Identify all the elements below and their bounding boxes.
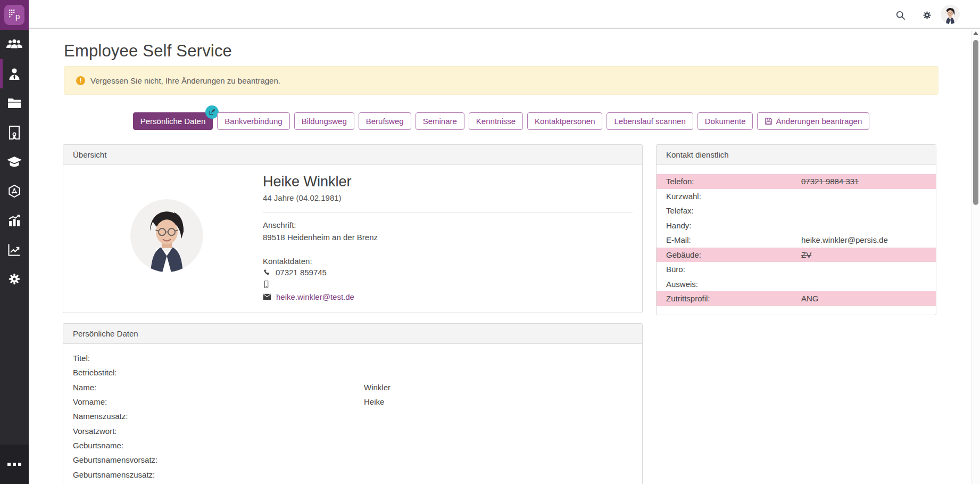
contact-label: Kontaktdaten: [263, 257, 312, 266]
sidebar-item-profile[interactable] [0, 59, 29, 88]
employee-profile-icon [7, 67, 21, 81]
phone-value: 07321 859745 [276, 268, 327, 277]
phone-icon [263, 268, 271, 276]
top-bar: p [0, 0, 980, 29]
divider [263, 212, 633, 212]
contact-row: E-Mail: heike.winkler@persis.de [657, 233, 936, 248]
personal-body: Titel: Betriebstitel: Name: Winkler Vorn… [63, 344, 642, 484]
save-icon [765, 117, 773, 125]
overview-panel: Übersicht Heike Winkler 44 J [63, 144, 643, 313]
email-line: heike.winkler@test.de [263, 292, 354, 301]
field-label: Name: [73, 383, 364, 392]
field-value: ZV [801, 250, 811, 259]
tab-button[interactable]: Berufsweg [359, 112, 411, 130]
tab-label: Berufsweg [366, 117, 404, 126]
mobile-icon [263, 280, 270, 289]
user-avatar[interactable] [941, 5, 960, 24]
field-label: E-Mail: [666, 235, 801, 244]
page-title: Employee Self Service [64, 42, 232, 61]
settings-gear-icon [7, 272, 21, 286]
field-label: Titel: [73, 354, 364, 363]
scrollbar-thumb[interactable] [973, 40, 978, 205]
sidebar-item-settings[interactable] [0, 264, 29, 293]
field-label: Gebäude: [666, 250, 801, 259]
personal-row: Vorname: Heike [63, 395, 642, 409]
contact-row: Telefax: [657, 203, 936, 218]
field-label: Telefax: [666, 206, 801, 215]
sidebar-nav [0, 30, 29, 484]
persis-logo-icon: p [4, 5, 24, 25]
sidebar-item-employees[interactable] [0, 30, 29, 59]
personal-row: Betriebstitel: [63, 365, 642, 380]
contact-row: Handy: [657, 218, 936, 233]
search-icon[interactable] [893, 7, 908, 22]
sidebar-item-certificates[interactable] [0, 118, 29, 147]
personal-panel-title: Persönliche Daten [63, 324, 642, 344]
warning-banner: ! Vergessen Sie nicht, Ihre Änderungen z… [64, 66, 939, 95]
field-label: Ausweis: [666, 280, 801, 289]
personal-row: Titel: [63, 351, 642, 365]
main-content: Employee Self Service ! Vergessen Sie ni… [29, 30, 971, 484]
gear-icon[interactable] [919, 7, 934, 22]
personal-row: Namenszusatz: [63, 409, 642, 423]
personal-row: Geburtsname: [63, 438, 642, 453]
tab-label: Dokumente [705, 117, 746, 126]
vertical-scrollbar[interactable] [971, 30, 980, 484]
field-label: Zutrittsprofil: [666, 294, 801, 303]
field-label: Handy: [666, 221, 801, 230]
sidebar-item-reports[interactable] [0, 235, 29, 264]
sidebar-item-documents[interactable] [0, 88, 29, 118]
tab-button[interactable]: Bankverbindung [217, 112, 289, 130]
certificate-icon [9, 126, 20, 140]
tab-button[interactable]: Kenntnisse [469, 112, 523, 130]
personal-row: Geburtsnamenszusatz: [63, 467, 642, 481]
tab-label: Seminare [423, 117, 457, 126]
tab-label: Kenntnisse [476, 117, 516, 126]
tab-button[interactable]: Änderungen beantragen [757, 112, 869, 130]
contact-row: Telefon: 07321 9884 331 [657, 174, 936, 189]
field-label: Namenszusatz: [73, 412, 364, 421]
tab-label: Kontaktpersonen [535, 117, 595, 126]
warning-text: Vergessen Sie nicht, Ihre Änderungen zu … [90, 76, 280, 85]
sidebar-item-more[interactable] [0, 445, 29, 484]
app-logo[interactable]: p [0, 0, 29, 30]
personal-row: Name: Winkler [63, 380, 642, 395]
tab-button[interactable]: Kontaktpersonen [527, 112, 602, 130]
employee-photo [130, 199, 203, 272]
tab-button[interactable]: Lebenslauf scannen [607, 112, 693, 130]
tab-button[interactable]: Seminare [416, 112, 464, 130]
tab-button[interactable]: Dokumente [697, 112, 753, 130]
scroll-up-arrow-icon[interactable] [973, 31, 978, 35]
tab-button[interactable]: Persönliche Daten [133, 112, 213, 130]
mobile-line [263, 280, 275, 289]
email-link[interactable]: heike.winkler@test.de [276, 292, 354, 301]
folder-icon [7, 98, 21, 109]
tab-button[interactable]: Bildungsweg [294, 112, 354, 130]
sidebar-item-education[interactable] [0, 147, 29, 176]
contact-row: Kurzwahl: [657, 189, 936, 204]
more-ellipsis-icon [7, 463, 21, 466]
field-value: 07321 9884 331 [801, 177, 859, 186]
warning-icon: ! [76, 76, 85, 85]
personal-row: Geburtsnamensvorsatz: [63, 453, 642, 467]
employee-age: 44 Jahre (04.02.1981) [263, 193, 342, 202]
overview-panel-title: Übersicht [63, 145, 642, 165]
contact-row: Büro: [657, 262, 936, 277]
overview-body: Heike Winkler 44 Jahre (04.02.1981) Ansc… [63, 165, 642, 313]
contact-row: Gebäude: ZV [657, 248, 936, 262]
phone-line: 07321 859745 [263, 268, 327, 277]
sidebar-item-statistics[interactable] [0, 206, 29, 235]
field-label: Geburtsnamensvorsatz: [73, 455, 364, 464]
field-label: Betriebstitel: [73, 368, 364, 377]
personal-row: Geburtsdatum: 04.02.1981 [63, 482, 642, 484]
sidebar-item-processes[interactable] [0, 176, 29, 206]
employees-group-icon [6, 39, 22, 51]
line-chart-icon [7, 243, 21, 257]
personal-row: Vorsatzwort: [63, 423, 642, 438]
education-cap-icon [6, 155, 22, 168]
employee-name: Heike Winkler [263, 174, 352, 190]
tab-bar: Persönliche Daten Bankverbindung Bildung [64, 112, 939, 130]
field-label: Telefon: [666, 177, 801, 186]
field-label: Geburtsname: [73, 441, 364, 450]
contact-row: Ausweis: [657, 277, 936, 292]
